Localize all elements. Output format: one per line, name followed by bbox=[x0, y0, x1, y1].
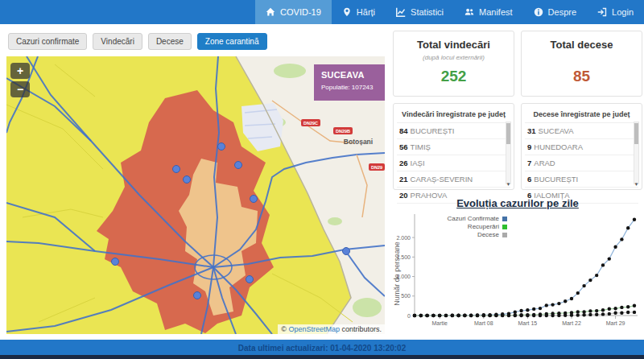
list-item: 21CARAȘ-SEVERIN bbox=[397, 171, 510, 188]
nav-label: Statistici bbox=[411, 7, 444, 17]
last-updated-text: Data ultimei actualizari: 01-04-2020 13:… bbox=[238, 344, 406, 353]
evolution-chart: Evoluția cazurilor pe zile Cazuri Confir… bbox=[393, 197, 642, 338]
total-recovered-card: Total vindecări (după locul externării) … bbox=[393, 31, 514, 97]
sign-in-icon bbox=[597, 7, 607, 17]
nav-item-login[interactable]: Login bbox=[587, 0, 644, 24]
road-shield-label: DN29B bbox=[336, 129, 350, 134]
map-zoom-control: + − bbox=[10, 63, 30, 100]
leaflet-map[interactable]: DN29C DN29B DN29 Botoșani + − SUCEAVA Po bbox=[6, 56, 385, 334]
nav-item-despre[interactable]: Despre bbox=[523, 0, 587, 24]
county-name: BUCUREȘTI bbox=[534, 175, 578, 184]
list-item: 84BUCUREȘTI bbox=[397, 123, 510, 139]
svg-text:0: 0 bbox=[407, 313, 411, 319]
nav-item-covid19[interactable]: COVID-19 bbox=[255, 0, 332, 24]
svg-text:500: 500 bbox=[401, 293, 411, 299]
scrollbar-down-arrow[interactable]: ▼ bbox=[634, 181, 639, 188]
users-icon bbox=[464, 7, 474, 17]
top-navbar: COVID-19 Hărți Statistici Manifest Despr… bbox=[0, 0, 644, 24]
zoom-out-button[interactable]: − bbox=[10, 81, 30, 97]
total-deaths-card: Total decese 85 bbox=[521, 31, 642, 97]
road-shield-label: DN29 bbox=[371, 165, 382, 170]
svg-text:2.000: 2.000 bbox=[396, 235, 411, 241]
county-count: 31 bbox=[527, 126, 536, 135]
footer-dark-strip bbox=[0, 355, 644, 359]
county-count: 21 bbox=[399, 175, 408, 184]
main-content: Cazuri confirmate Vindecări Decese Zone … bbox=[0, 24, 644, 340]
svg-text:Mart 15: Mart 15 bbox=[518, 320, 538, 326]
scrollbar-thumb[interactable] bbox=[634, 123, 638, 144]
region-info-box: SUCEAVA Populatie: 107243 bbox=[314, 64, 385, 101]
recovered-list-rows: 84BUCUREȘTI56TIMIȘ26IAȘI21CARAȘ-SEVERIN2… bbox=[397, 123, 510, 204]
total-deaths-title: Total decese bbox=[522, 39, 642, 51]
filter-zone-carantina-button[interactable]: Zone carantină bbox=[197, 33, 267, 50]
chart-legend: Cazuri ConfirmateRecuperăriDecese bbox=[414, 215, 507, 239]
line-chart-icon bbox=[396, 7, 406, 17]
svg-text:Mart 29: Mart 29 bbox=[606, 320, 625, 326]
total-deaths-value: 85 bbox=[522, 68, 642, 85]
covid-dashboard: COVID-19 Hărți Statistici Manifest Despr… bbox=[0, 0, 644, 359]
svg-text:Martie: Martie bbox=[431, 320, 448, 326]
zoom-in-button[interactable]: + bbox=[10, 63, 30, 79]
nav-item-harti[interactable]: Hărți bbox=[332, 0, 386, 24]
list-item: 31SUCEAVA bbox=[525, 123, 638, 139]
deaths-list-scrollbar[interactable] bbox=[634, 122, 639, 184]
list-item: 9HUNEDOARA bbox=[525, 139, 638, 155]
county-count: 84 bbox=[399, 126, 408, 135]
stats-panel: Total vindecări (după locul externării) … bbox=[393, 31, 642, 340]
legend-label: Cazuri Confirmate bbox=[448, 215, 499, 223]
info-icon bbox=[534, 7, 543, 17]
openstreetmap-link[interactable]: OpenStreetMap bbox=[288, 325, 340, 333]
nav-item-statistici[interactable]: Statistici bbox=[386, 0, 454, 24]
filter-decese-button[interactable]: Decese bbox=[148, 33, 192, 50]
update-footer: Data ultimei actualizari: 01-04-2020 13:… bbox=[0, 340, 644, 355]
scrollbar-thumb[interactable] bbox=[506, 123, 510, 144]
chart-title: Evoluția cazurilor pe zile bbox=[393, 197, 642, 209]
county-name: SUCEAVA bbox=[539, 126, 574, 135]
nav-label: Login bbox=[612, 7, 634, 17]
county-count: 9 bbox=[527, 142, 531, 151]
recovered-by-county-card: Vindecări înregistrate pe județ 84BUCURE… bbox=[393, 103, 514, 190]
layer-filter-buttons: Cazuri confirmate Vindecări Decese Zone … bbox=[8, 33, 386, 50]
deaths-by-county-card: Decese înregistrate pe județ 31SUCEAVA9H… bbox=[521, 103, 642, 190]
list-item: 56TIMIȘ bbox=[397, 139, 510, 155]
county-name: CARAȘ-SEVERIN bbox=[411, 175, 473, 184]
nav-label: Hărți bbox=[357, 7, 375, 17]
nav-label: COVID-19 bbox=[280, 7, 321, 17]
map-panel: Cazuri confirmate Vindecări Decese Zone … bbox=[6, 31, 386, 340]
recovered-list-scrollbar[interactable] bbox=[506, 122, 511, 184]
map-attribution: © OpenStreetMap contributors. bbox=[278, 324, 385, 334]
filter-cazuri-confirmate-button[interactable]: Cazuri confirmate bbox=[8, 33, 87, 50]
list-item: 7ARAD bbox=[525, 155, 638, 171]
legend-label: Recuperări bbox=[468, 223, 499, 231]
legend-swatch bbox=[502, 225, 507, 229]
deaths-list-title: Decese înregistrate pe județ bbox=[525, 107, 638, 123]
county-name: HUNEDOARA bbox=[534, 142, 583, 151]
county-lists-row: Vindecări înregistrate pe județ 84BUCURE… bbox=[393, 103, 642, 190]
legend-entry[interactable]: Cazuri Confirmate bbox=[414, 215, 507, 223]
region-name: SUCEAVA bbox=[321, 70, 380, 80]
county-count: 6 bbox=[527, 175, 531, 184]
county-name: TIMIȘ bbox=[411, 142, 431, 151]
legend-swatch bbox=[502, 233, 507, 237]
legend-label: Decese bbox=[477, 231, 499, 239]
nav-label: Manifest bbox=[479, 7, 513, 17]
nav-item-manifest[interactable]: Manifest bbox=[454, 0, 523, 24]
total-recovered-value: 252 bbox=[394, 68, 514, 85]
recovered-list-title: Vindecări înregistrate pe județ bbox=[397, 107, 510, 123]
county-name: IAȘI bbox=[411, 159, 425, 167]
list-item: 6BUCUREȘTI bbox=[525, 171, 638, 188]
svg-text:Mart 22: Mart 22 bbox=[562, 320, 581, 326]
filter-vindecari-button[interactable]: Vindecări bbox=[93, 33, 142, 50]
total-recovered-title: Total vindecări bbox=[394, 39, 514, 51]
county-count: 26 bbox=[399, 159, 408, 167]
legend-entry[interactable]: Decese bbox=[414, 231, 507, 239]
list-item: 26IAȘI bbox=[397, 155, 510, 171]
svg-text:Număr de persoane: Număr de persoane bbox=[393, 241, 401, 306]
scrollbar-down-arrow[interactable]: ▼ bbox=[506, 181, 511, 188]
legend-swatch bbox=[502, 217, 507, 221]
county-count: 7 bbox=[527, 159, 531, 167]
county-name: ARAD bbox=[534, 159, 555, 167]
legend-entry[interactable]: Recuperări bbox=[414, 223, 507, 231]
county-name: BUCUREȘTI bbox=[411, 126, 455, 135]
nav-label: Despre bbox=[548, 7, 576, 17]
